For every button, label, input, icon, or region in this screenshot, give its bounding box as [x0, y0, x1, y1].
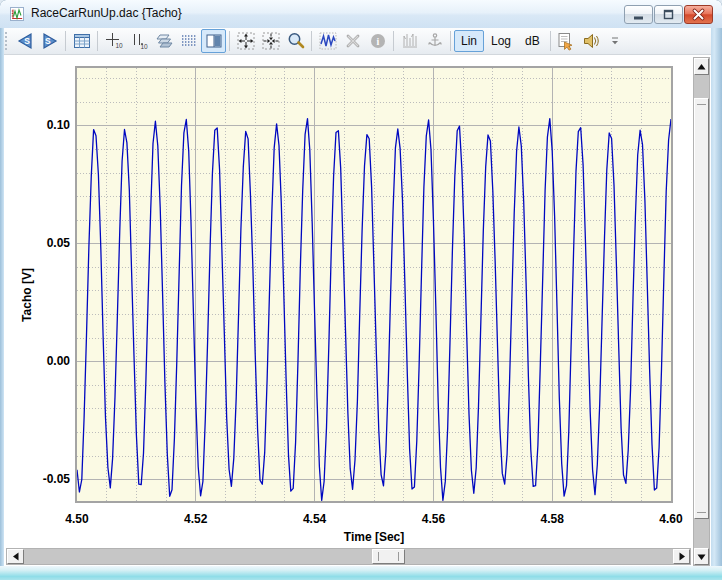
zoom-tool-button[interactable]	[283, 29, 308, 53]
toolbar-separator	[550, 31, 551, 51]
toolbar-buttons: SS1010iLinLogdB	[12, 29, 604, 53]
info-circle-icon: i	[368, 31, 388, 51]
toolbar-separator	[311, 31, 312, 51]
toolbar-overflow-button[interactable]	[609, 34, 621, 48]
y-tick-label: 0.00	[20, 354, 70, 368]
arrows-in-icon	[261, 31, 281, 51]
x-tick-label: 4.58	[527, 512, 577, 526]
thumb-grip[interactable]	[378, 552, 379, 561]
toolbar-grip[interactable]	[4, 32, 8, 50]
win-minimize-icon	[625, 6, 652, 23]
cross-10-icon: 10	[104, 31, 124, 51]
scroll-up-button[interactable]	[694, 58, 709, 75]
toolbar-separator	[229, 31, 230, 51]
arrow-left-s-icon: S	[15, 31, 35, 51]
maximize-button[interactable]	[654, 5, 683, 24]
thumb-grip[interactable]	[398, 552, 399, 561]
horizontal-scrollbar[interactable]	[6, 548, 691, 565]
thumb-grip[interactable]	[697, 512, 706, 513]
scroll-left-button[interactable]	[7, 549, 24, 564]
scale-db-label: dB	[525, 34, 540, 48]
annotate-button[interactable]	[554, 29, 579, 53]
show-waveform-button[interactable]	[315, 29, 340, 53]
scale-db-button[interactable]: dB	[518, 30, 547, 52]
toolbar-separator	[450, 31, 451, 51]
wave-icon	[318, 31, 338, 51]
toolbar-separator	[97, 31, 98, 51]
waveform-document-icon	[9, 6, 25, 22]
win-maximize-icon	[655, 6, 682, 23]
dotted-rows-icon	[179, 31, 199, 51]
previous-record-button[interactable]: S	[12, 29, 37, 53]
y-tick-label: 0.05	[20, 236, 70, 250]
anchor-icon	[425, 31, 445, 51]
info-button: i	[365, 29, 390, 53]
x-tick-label: 4.60	[646, 512, 696, 526]
window-title: RaceCarRunUp.dac {Tacho}	[31, 6, 182, 20]
zoom-box-button[interactable]	[258, 29, 283, 53]
svg-text:i: i	[376, 36, 379, 47]
arrow-right-s-icon: S	[40, 31, 60, 51]
thumb-grip[interactable]	[697, 104, 706, 105]
harmonic-cursor-button[interactable]: 10	[101, 29, 126, 53]
remove-trace-button	[340, 29, 365, 53]
app-window: RaceCarRunUp.dac {Tacho} SS1010iLinLogdB…	[0, 0, 722, 580]
magnifier-icon	[286, 31, 306, 51]
stacked-planes-icon	[154, 31, 174, 51]
comb-filter-icon	[400, 31, 420, 51]
svg-text:S: S	[24, 36, 30, 46]
vertical-scroll-thumb[interactable]	[694, 98, 709, 519]
hand-note-icon	[556, 31, 576, 51]
toolbar: SS1010iLinLogdB	[0, 28, 722, 55]
plot-area[interactable]	[75, 66, 673, 503]
window-controls	[623, 5, 713, 24]
close-button[interactable]	[684, 5, 713, 24]
overlay-view-button[interactable]	[151, 29, 176, 53]
window-border-left	[0, 28, 4, 568]
scroll-right-button[interactable]	[673, 549, 690, 564]
scale-lin-label: Lin	[461, 34, 477, 48]
bars-10-icon: 10	[129, 31, 149, 51]
window-border-bottom	[0, 566, 722, 580]
svg-text:S: S	[44, 36, 50, 46]
x-tick-label: 4.50	[52, 512, 102, 526]
play-audio-button[interactable]	[579, 29, 604, 53]
window-border-right	[711, 28, 722, 568]
scale-lin-button[interactable]: Lin	[454, 30, 484, 52]
x-tick-label: 4.52	[171, 512, 221, 526]
split-panel-icon	[204, 31, 224, 51]
y-tick-label: 0.10	[20, 118, 70, 132]
y-axis-title: Tacho [V]	[20, 268, 34, 322]
speaker-icon	[581, 31, 601, 51]
toolbar-separator	[393, 31, 394, 51]
x-tick-label: 4.56	[408, 512, 458, 526]
scroll-down-button[interactable]	[694, 548, 709, 565]
x-tick-label: 4.54	[290, 512, 340, 526]
waveform-plot	[77, 68, 671, 501]
horizontal-scroll-thumb[interactable]	[372, 549, 405, 564]
next-record-button[interactable]: S	[37, 29, 62, 53]
sideband-cursor-button[interactable]: 10	[126, 29, 151, 53]
svg-text:10: 10	[115, 42, 123, 49]
scale-log-button[interactable]: Log	[484, 30, 518, 52]
vertical-scrollbar[interactable]	[693, 57, 710, 566]
multi-trace-view-button[interactable]	[176, 29, 201, 53]
arrows-out-icon	[236, 31, 256, 51]
zoom-full-button[interactable]	[233, 29, 258, 53]
scale-log-label: Log	[491, 34, 511, 48]
split-view-button[interactable]	[201, 29, 226, 53]
minimize-button[interactable]	[624, 5, 653, 24]
filter-button	[397, 29, 422, 53]
y-tick-label: -0.05	[20, 472, 70, 486]
grid-icon	[72, 31, 92, 51]
cross-x-icon	[343, 31, 363, 51]
win-close-icon	[685, 6, 712, 23]
x-axis-title: Time [Sec]	[77, 530, 671, 544]
data-table-button[interactable]	[69, 29, 94, 53]
toolbar-separator	[65, 31, 66, 51]
title-bar[interactable]: RaceCarRunUp.dac {Tacho}	[0, 0, 722, 29]
probe-button	[422, 29, 447, 53]
svg-text:10: 10	[140, 43, 148, 50]
